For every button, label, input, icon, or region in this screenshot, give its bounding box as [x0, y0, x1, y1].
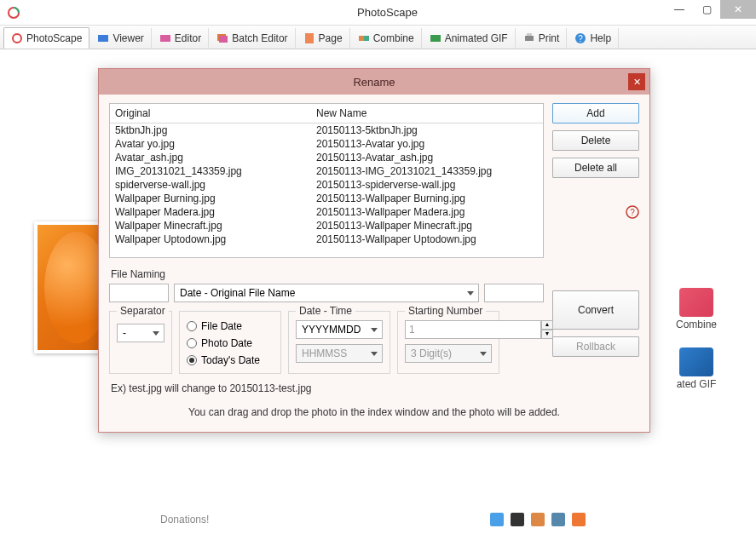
table-row[interactable]: 5ktbnJh.jpg20150113-5ktbnJh.jpg: [110, 123, 543, 137]
svg-rect-7: [359, 36, 364, 41]
file-naming-label: File Naming: [111, 268, 544, 280]
example-text: Ex) test.jpg will change to 20150113-tes…: [111, 382, 544, 394]
gif-icon: [430, 32, 441, 44]
grid-header: Original New Name: [110, 104, 543, 123]
table-row[interactable]: Wallpaper Uptodown.jpg20150113-Wallpaper…: [110, 233, 543, 246]
editor-icon: [159, 32, 171, 44]
starting-number-fieldset: Starting Number ▲▼ 3 Digit(s): [397, 311, 499, 374]
svg-point-1: [13, 34, 21, 43]
photoscape-icon: [11, 32, 23, 44]
tab-animated-gif[interactable]: Animated GIF: [422, 27, 516, 49]
add-button[interactable]: Add: [552, 103, 639, 123]
options-row: Separator - File Date Photo Date Today's…: [109, 311, 544, 374]
column-original[interactable]: Original: [110, 104, 311, 123]
spin-up[interactable]: ▲: [541, 320, 553, 330]
status-strip: Donations!: [0, 510, 756, 529]
feature-combine[interactable]: Combine: [671, 288, 722, 330]
feature-animated-gif[interactable]: ated GIF: [671, 347, 722, 390]
starting-number-legend: Starting Number: [405, 305, 486, 317]
svg-rect-9: [430, 35, 441, 42]
column-new-name[interactable]: New Name: [311, 104, 372, 123]
convert-button[interactable]: Convert: [552, 290, 639, 330]
app-icon: [7, 6, 20, 20]
status-icon-4[interactable]: [572, 513, 586, 526]
svg-rect-8: [364, 36, 369, 41]
help-icon[interactable]: ?: [626, 205, 639, 219]
file-grid[interactable]: Original New Name 5ktbnJh.jpg20150113-5k…: [109, 103, 544, 258]
table-row[interactable]: spiderverse-wall.jpg20150113-spiderverse…: [110, 178, 543, 192]
svg-rect-11: [527, 33, 532, 36]
status-icon-1[interactable]: [511, 513, 524, 526]
delete-all-button[interactable]: Delete all: [552, 158, 639, 178]
radio-photo-date[interactable]: Photo Date: [187, 337, 274, 349]
date-time-legend: Date - Time: [296, 305, 355, 317]
svg-rect-10: [525, 36, 534, 41]
radio-icon: [187, 338, 197, 348]
time-format-select[interactable]: HHMMSS: [296, 344, 383, 363]
digits-select[interactable]: 3 Digit(s): [405, 344, 492, 363]
feature-label: ated GIF: [677, 378, 717, 390]
delete-button[interactable]: Delete: [552, 130, 639, 151]
separator-legend: Separator: [117, 305, 169, 317]
status-icon-2[interactable]: [531, 513, 545, 526]
table-row[interactable]: Avatar yo.jpg20150113-Avatar yo.jpg: [110, 137, 543, 151]
combine-icon: [358, 32, 370, 44]
svg-text:?: ?: [579, 34, 584, 43]
spin-down[interactable]: ▼: [541, 330, 553, 339]
grid-buttons: Add Delete Delete all ?: [552, 103, 639, 258]
separator-select[interactable]: -: [117, 324, 164, 342]
prefix-input[interactable]: [109, 284, 169, 302]
minimize-button[interactable]: —: [666, 0, 693, 19]
donations-link[interactable]: Donations!: [160, 514, 209, 525]
date-format-select[interactable]: YYYYMMDD: [296, 320, 383, 339]
svg-rect-2: [98, 35, 108, 42]
starting-number-spinner[interactable]: ▲▼: [405, 320, 492, 339]
radio-icon: [187, 321, 197, 331]
starting-number-input[interactable]: [405, 320, 541, 339]
convert-buttons: Convert Rollback: [552, 268, 639, 394]
dialog-title: Rename: [353, 76, 395, 89]
dialog-titlebar[interactable]: Rename ✕: [99, 69, 649, 95]
main-toolbar: PhotoScape Viewer Editor Batch Editor Pa…: [0, 26, 756, 49]
table-row[interactable]: Wallpaper Madera.jpg20150113-Wallpaper M…: [110, 205, 543, 219]
table-row[interactable]: Wallpaper Minecraft.jpg20150113-Wallpape…: [110, 219, 543, 233]
tab-label: Page: [319, 32, 343, 44]
grid-rows: 5ktbnJh.jpg20150113-5ktbnJh.jpg Avatar y…: [110, 123, 543, 246]
tab-help[interactable]: ?Help: [567, 27, 619, 49]
radio-file-date[interactable]: File Date: [187, 320, 274, 332]
tab-label: Editor: [175, 32, 201, 44]
tab-photoscape[interactable]: PhotoScape: [3, 27, 89, 49]
radio-todays-date[interactable]: Today's Date: [187, 354, 274, 366]
window-controls: — ▢ ✕: [666, 0, 756, 19]
separator-fieldset: Separator -: [109, 311, 172, 374]
maximize-button[interactable]: ▢: [693, 0, 720, 19]
table-row[interactable]: Wallpaper Burning.jpg20150113-Wallpaper …: [110, 192, 543, 205]
date-time-fieldset: Date - Time YYYYMMDD HHMMSS: [288, 311, 390, 374]
tab-viewer[interactable]: Viewer: [89, 27, 151, 49]
suffix-input[interactable]: [484, 284, 544, 302]
drag-drop-hint: You can drag and drop the photo in the i…: [109, 406, 639, 422]
table-row[interactable]: IMG_20131021_143359.jpg20150113-IMG_2013…: [110, 164, 543, 178]
rollback-button[interactable]: Rollback: [552, 336, 639, 357]
feature-label: Combine: [676, 319, 717, 330]
tab-page[interactable]: Page: [296, 27, 350, 49]
close-button[interactable]: ✕: [720, 0, 756, 19]
status-icon-3[interactable]: [551, 513, 565, 526]
date-source-fieldset: File Date Photo Date Today's Date: [179, 311, 281, 374]
dialog-close-button[interactable]: ✕: [628, 73, 645, 90]
batch-icon: [216, 32, 228, 44]
tab-editor[interactable]: Editor: [152, 27, 209, 49]
viewer-icon: [97, 32, 109, 44]
titlebar: PhotoScape — ▢ ✕: [0, 0, 756, 26]
naming-template-select[interactable]: Date - Original File Name: [174, 284, 479, 302]
svg-rect-3: [160, 35, 170, 42]
dialog-body: Original New Name 5ktbnJh.jpg20150113-5k…: [99, 95, 649, 432]
tab-combine[interactable]: Combine: [350, 27, 422, 49]
tab-label: Combine: [373, 32, 414, 44]
tab-print[interactable]: Print: [516, 27, 568, 49]
lang-icon[interactable]: [490, 513, 504, 526]
tab-batch-editor[interactable]: Batch Editor: [209, 27, 295, 49]
status-icons: [490, 513, 586, 526]
help-icon: ?: [574, 32, 586, 44]
table-row[interactable]: Avatar_ash.jpg20150113-Avatar_ash.jpg: [110, 151, 543, 164]
